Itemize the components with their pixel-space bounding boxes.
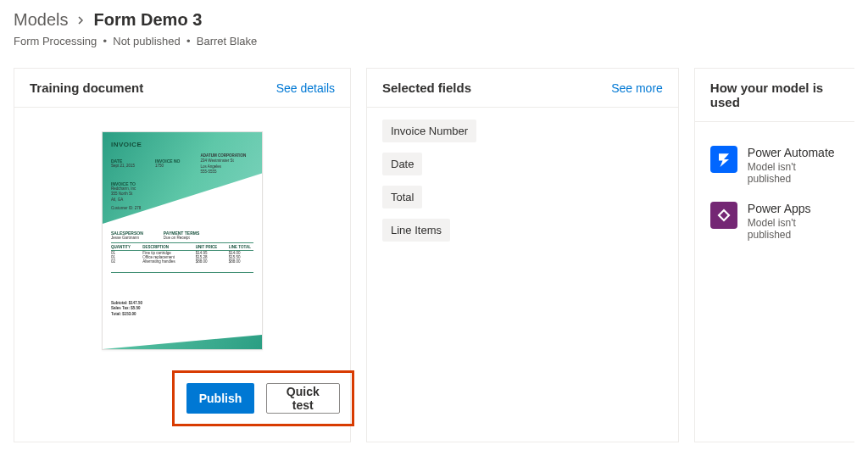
model-owner: Barret Blake <box>197 35 258 47</box>
action-highlight-box: Publish Quick test <box>172 370 354 426</box>
model-meta: Form Processing • Not published • Barret… <box>14 35 854 47</box>
field-chip[interactable]: Total <box>382 186 422 208</box>
field-chip[interactable]: Invoice Number <box>382 120 476 142</box>
usage-status: Model isn't published <box>748 161 839 185</box>
document-preview[interactable]: INVOICE DATE Sept 21, 2015 INVOICE NO 17… <box>102 131 263 350</box>
breadcrumb-parent[interactable]: Models <box>14 10 68 30</box>
usage-item-power-automate[interactable]: Power Automate Model isn't published <box>710 137 839 193</box>
power-automate-icon <box>710 146 737 173</box>
breadcrumb: Models Form Demo 3 <box>14 10 854 30</box>
model-type: Form Processing <box>14 35 97 47</box>
training-title: Training document <box>30 81 143 95</box>
chevron-right-icon <box>76 14 85 27</box>
page-title: Form Demo 3 <box>93 10 202 30</box>
model-usage-card: How your model is used Power Automate Mo… <box>694 68 854 442</box>
usage-status: Model isn't published <box>748 217 839 241</box>
usage-name: Power Apps <box>748 202 839 215</box>
see-details-link[interactable]: See details <box>276 81 335 95</box>
see-more-link[interactable]: See more <box>611 81 663 95</box>
usage-name: Power Automate <box>748 146 839 159</box>
power-apps-icon <box>710 202 737 229</box>
training-document-card: Training document See details INVOICE DA… <box>14 68 351 442</box>
publish-button[interactable]: Publish <box>186 383 254 414</box>
invoice-heading: INVOICE <box>111 141 253 148</box>
field-chip[interactable]: Date <box>382 153 422 175</box>
field-chip[interactable]: Line Items <box>382 219 450 242</box>
selected-fields-card: Selected fields See more Invoice Number … <box>366 68 679 442</box>
fields-title: Selected fields <box>382 81 471 95</box>
quick-test-button[interactable]: Quick test <box>266 383 340 414</box>
model-status: Not published <box>113 35 181 47</box>
usage-title: How your model is used <box>710 81 839 109</box>
usage-item-power-apps[interactable]: Power Apps Model isn't published <box>710 193 839 249</box>
